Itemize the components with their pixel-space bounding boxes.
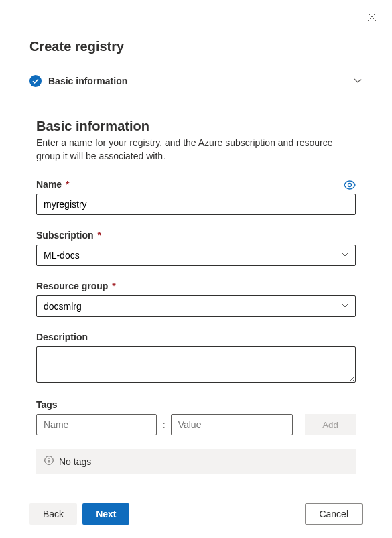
- subscription-select[interactable]: [36, 245, 356, 266]
- chevron-down-icon: [353, 76, 363, 87]
- no-tags-text: No tags: [59, 456, 91, 467]
- subscription-label: Subscription *: [36, 230, 101, 241]
- section-description: Enter a name for your registry, and the …: [36, 137, 356, 163]
- subscription-value[interactable]: [36, 245, 356, 266]
- page-title: Create registry: [0, 0, 392, 64]
- description-field: Description: [36, 332, 356, 385]
- svg-point-1: [348, 184, 352, 187]
- eye-icon[interactable]: [344, 180, 356, 192]
- name-field: Name *: [36, 179, 356, 215]
- name-label: Name *: [36, 179, 69, 190]
- section-heading: Basic information: [36, 119, 356, 134]
- tags-label: Tags: [36, 399, 58, 410]
- resource-group-select[interactable]: [36, 295, 356, 317]
- cancel-button[interactable]: Cancel: [305, 503, 363, 525]
- info-icon: [44, 456, 54, 467]
- svg-rect-4: [48, 460, 49, 463]
- close-button[interactable]: [367, 12, 377, 23]
- divider: [29, 492, 363, 492]
- tags-field: Tags : Add No tags: [36, 399, 356, 474]
- description-input[interactable]: [36, 346, 356, 383]
- tag-value-input[interactable]: [171, 414, 293, 435]
- next-button[interactable]: Next: [82, 503, 129, 525]
- no-tags-banner: No tags: [36, 449, 356, 474]
- close-icon: [367, 12, 377, 21]
- add-tag-button[interactable]: Add: [305, 414, 356, 435]
- svg-point-0: [29, 75, 42, 87]
- tags-row: : Add: [36, 414, 356, 435]
- resource-group-label: Resource group *: [36, 281, 116, 291]
- description-label: Description: [36, 332, 88, 342]
- svg-point-3: [48, 458, 50, 459]
- form-section: Basic information Enter a name for your …: [0, 98, 392, 474]
- footer: Back Next Cancel: [0, 492, 392, 525]
- name-input[interactable]: [36, 194, 356, 215]
- accordion-title: Basic information: [48, 76, 346, 86]
- tag-name-input[interactable]: [36, 414, 157, 435]
- accordion-header[interactable]: Basic information: [0, 64, 392, 98]
- tags-colon: :: [162, 419, 166, 430]
- check-circle-icon: [29, 75, 42, 87]
- subscription-field: Subscription *: [36, 230, 356, 266]
- back-button[interactable]: Back: [29, 503, 77, 525]
- resource-group-field: Resource group *: [36, 281, 356, 317]
- resource-group-value[interactable]: [36, 295, 356, 317]
